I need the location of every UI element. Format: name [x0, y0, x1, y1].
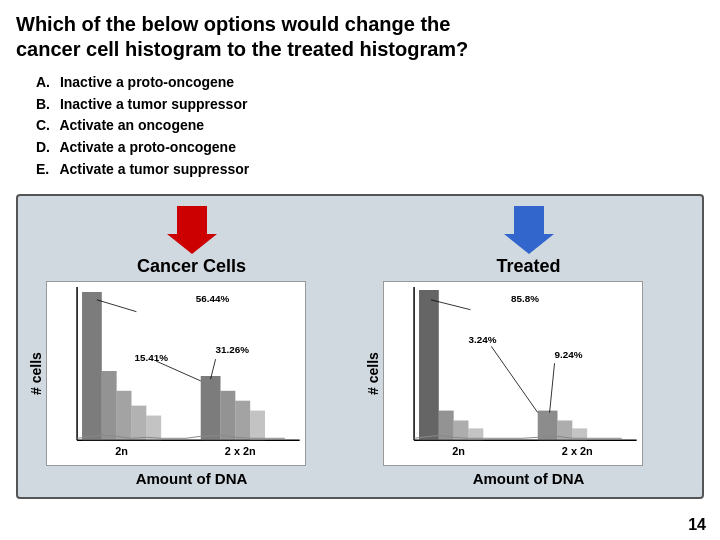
- option-item: A. Inactive a proto-oncogene: [36, 72, 704, 94]
- svg-line-35: [491, 347, 537, 413]
- option-text: Activate a proto-oncogene: [59, 139, 236, 155]
- svg-line-17: [156, 362, 201, 382]
- option-text: Inactive a tumor suppressor: [60, 96, 248, 112]
- option-letter: E.: [36, 159, 56, 181]
- blue-arrow-icon: [504, 206, 554, 254]
- svg-marker-25: [419, 290, 439, 440]
- svg-marker-9: [146, 416, 161, 441]
- svg-marker-12: [235, 401, 250, 441]
- svg-marker-8: [131, 406, 146, 441]
- svg-text:85.8%: 85.8%: [511, 293, 539, 304]
- svg-marker-5: [82, 292, 102, 440]
- treated-chart-svg: 2n 2 x 2n 85.8%: [384, 282, 642, 465]
- svg-marker-29: [538, 411, 558, 441]
- svg-marker-10: [201, 376, 221, 440]
- svg-marker-20: [504, 206, 554, 254]
- cancer-xlabel: Amount of DNA: [136, 470, 248, 487]
- option-item: B. Inactive a tumor suppressor: [36, 94, 704, 116]
- title-line1: Which of the below options would change …: [16, 13, 450, 35]
- treated-chart-title: Treated: [496, 256, 560, 277]
- cancer-y-label: # cells: [28, 281, 44, 466]
- option-letter: D.: [36, 137, 56, 159]
- svg-marker-6: [102, 371, 117, 440]
- cancer-chart-svg: 2n 2 x 2n: [47, 282, 305, 465]
- option-item: C. Activate an oncogene: [36, 115, 704, 137]
- options-list: A. Inactive a proto-oncogeneB. Inactive …: [36, 72, 704, 180]
- svg-text:2n: 2n: [452, 446, 465, 458]
- treated-arrow-container: [504, 206, 554, 254]
- svg-text:15.41%: 15.41%: [134, 353, 168, 364]
- cancer-arrow-container: [167, 206, 217, 254]
- title-line2: cancer cell histogram to the treated his…: [16, 38, 468, 60]
- svg-text:2 x 2n: 2 x 2n: [562, 446, 593, 458]
- treated-chart-area: 2n 2 x 2n 85.8%: [383, 281, 643, 466]
- treated-chart-block: Treated # cells 2n 2 x 2n: [365, 206, 692, 487]
- cancer-chart-area: 2n 2 x 2n: [46, 281, 306, 466]
- page-container: Which of the below options would change …: [0, 0, 720, 540]
- svg-text:31.26%: 31.26%: [216, 345, 250, 356]
- svg-text:56.44%: 56.44%: [196, 293, 230, 304]
- treated-xlabel: Amount of DNA: [473, 470, 585, 487]
- cancer-y-label-wrapper: # cells 2n 2 x 2n: [28, 281, 355, 466]
- treated-y-label-wrapper: # cells 2n 2 x 2n: [365, 281, 692, 466]
- question-title: Which of the below options would change …: [16, 12, 704, 62]
- svg-line-37: [550, 364, 555, 413]
- svg-text:3.24%: 3.24%: [468, 335, 496, 346]
- svg-text:2 x 2n: 2 x 2n: [225, 446, 256, 458]
- svg-marker-7: [117, 391, 132, 440]
- option-letter: C.: [36, 115, 56, 137]
- svg-text:9.24%: 9.24%: [555, 350, 583, 361]
- cancer-chart-block: Cancer Cells # cells 2n 2 x 2n: [28, 206, 355, 487]
- charts-wrapper: Cancer Cells # cells 2n 2 x 2n: [16, 194, 704, 499]
- svg-text:2n: 2n: [115, 446, 128, 458]
- svg-line-15: [97, 300, 137, 312]
- svg-marker-13: [250, 411, 265, 441]
- cancer-chart-title: Cancer Cells: [137, 256, 246, 277]
- svg-marker-0: [167, 206, 217, 254]
- option-text: Activate an oncogene: [59, 117, 204, 133]
- page-number: 14: [688, 516, 706, 534]
- option-item: D. Activate a proto-oncogene: [36, 137, 704, 159]
- option-letter: A.: [36, 72, 56, 94]
- option-item: E. Activate a tumor suppressor: [36, 159, 704, 181]
- red-arrow-icon: [167, 206, 217, 254]
- option-letter: B.: [36, 94, 56, 116]
- treated-y-label: # cells: [365, 281, 381, 466]
- option-text: Inactive a proto-oncogene: [60, 74, 234, 90]
- svg-marker-11: [221, 391, 236, 440]
- option-text: Activate a tumor suppressor: [59, 161, 249, 177]
